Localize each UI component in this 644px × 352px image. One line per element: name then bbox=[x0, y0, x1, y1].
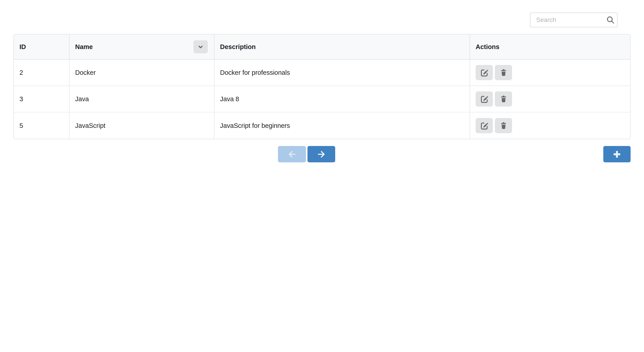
table-row: 3 Java Java 8 bbox=[14, 86, 630, 112]
column-header-id-label: ID bbox=[20, 43, 26, 51]
cell-name: Java bbox=[70, 86, 214, 112]
column-header-actions-label: Actions bbox=[476, 43, 499, 51]
cell-id: 5 bbox=[14, 112, 70, 139]
cell-description-value: Java 8 bbox=[220, 95, 239, 103]
search-icon[interactable] bbox=[604, 13, 617, 27]
column-header-id: ID bbox=[14, 35, 70, 59]
cell-id-value: 2 bbox=[20, 69, 23, 76]
trash-icon bbox=[500, 68, 508, 77]
edit-icon bbox=[480, 121, 488, 130]
edit-button[interactable] bbox=[476, 65, 493, 80]
cell-description: Java 8 bbox=[214, 86, 470, 112]
cell-actions bbox=[470, 60, 630, 86]
trash-icon bbox=[500, 121, 508, 130]
column-header-description-label: Description bbox=[220, 43, 256, 51]
table-row: 5 JavaScript JavaScript for beginners bbox=[14, 112, 630, 139]
delete-button[interactable] bbox=[495, 118, 512, 133]
cell-description-value: Docker for professionals bbox=[220, 69, 290, 76]
cell-name: JavaScript bbox=[70, 112, 214, 139]
delete-button[interactable] bbox=[495, 65, 512, 80]
search-input[interactable] bbox=[530, 16, 604, 24]
cell-id: 3 bbox=[14, 86, 70, 112]
add-button[interactable] bbox=[603, 146, 630, 162]
table-row: 2 Docker Docker for professionals bbox=[14, 60, 630, 86]
chevron-down-icon bbox=[197, 43, 204, 51]
column-header-description: Description bbox=[214, 35, 470, 59]
edit-icon bbox=[480, 95, 488, 103]
column-header-name-label: Name bbox=[75, 43, 93, 51]
column-header-name: Name bbox=[70, 35, 214, 59]
cell-name-value: JavaScript bbox=[75, 122, 105, 129]
arrow-right-icon bbox=[316, 149, 326, 159]
tutorials-table: ID Name Description Actions 2 Docker bbox=[14, 34, 630, 139]
cell-id: 2 bbox=[14, 60, 70, 86]
edit-button[interactable] bbox=[476, 118, 493, 133]
cell-id-value: 5 bbox=[20, 122, 23, 129]
next-page-button[interactable] bbox=[308, 146, 335, 162]
plus-icon bbox=[612, 149, 622, 159]
cell-description-value: JavaScript for beginners bbox=[220, 122, 290, 129]
cell-name: Docker bbox=[70, 60, 214, 86]
arrow-left-icon bbox=[287, 149, 297, 159]
column-header-actions: Actions bbox=[470, 35, 630, 59]
table-header-row: ID Name Description Actions bbox=[14, 35, 630, 60]
cell-id-value: 3 bbox=[20, 95, 23, 103]
trash-icon bbox=[500, 95, 508, 103]
cell-actions bbox=[470, 112, 630, 139]
cell-description: Docker for professionals bbox=[214, 60, 470, 86]
cell-name-value: Docker bbox=[75, 69, 96, 76]
previous-page-button[interactable] bbox=[278, 146, 306, 162]
cell-description: JavaScript for beginners bbox=[214, 112, 470, 139]
cell-name-value: Java bbox=[75, 95, 89, 103]
search-box bbox=[530, 13, 618, 27]
cell-actions bbox=[470, 86, 630, 112]
edit-icon bbox=[480, 68, 488, 77]
delete-button[interactable] bbox=[495, 91, 512, 107]
edit-button[interactable] bbox=[476, 91, 493, 107]
name-sort-button[interactable] bbox=[194, 40, 208, 53]
